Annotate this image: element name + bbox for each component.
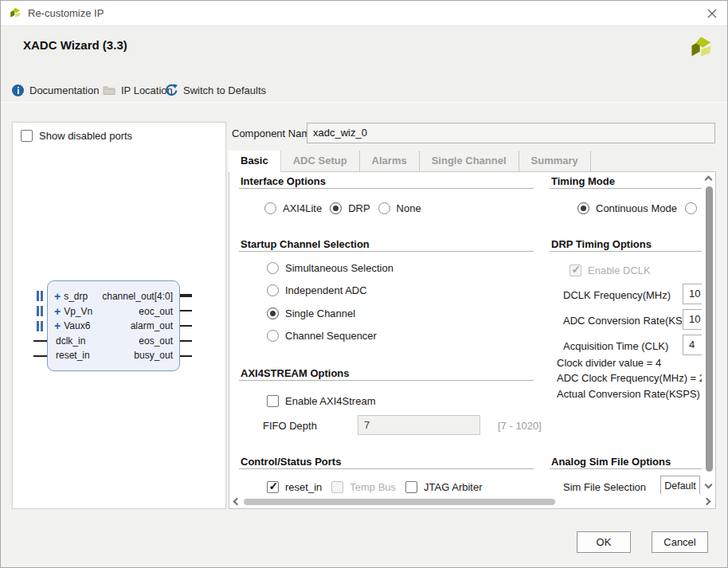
radio-single-channel-row: Single Channel — [267, 306, 355, 320]
interface-options-radio-group: AXI4Lite DRP None — [264, 201, 421, 215]
acquisition-time-input[interactable]: 4 — [683, 335, 702, 355]
radio-axi4lite[interactable] — [264, 202, 276, 214]
vertical-scrollbar[interactable] — [703, 174, 715, 494]
section-title-drp-timing: DRP Timing Options — [551, 238, 652, 250]
basic-tab-panel: Interface Options AXI4Lite DRP None Star… — [229, 171, 716, 509]
enable-axi4stream-row: Enable AXI4Stream — [267, 394, 375, 408]
radio-none-label: None — [397, 202, 421, 214]
radio-drp[interactable] — [330, 202, 342, 214]
tab-alarms[interactable]: Alarms — [360, 151, 420, 172]
section-rule — [239, 251, 534, 252]
ip-symbol-panel: Show disabled ports +s_drp channel_out[4… — [12, 122, 226, 509]
wire-stub-out — [180, 310, 192, 311]
reset-in-label: reset_in — [285, 481, 322, 493]
right-column: Timing Mode Continuous Mode Ever DRP Tim… — [550, 172, 702, 494]
section-rule — [239, 188, 534, 189]
section-title-interface-options: Interface Options — [241, 175, 326, 187]
port-name: reset_in — [56, 350, 90, 361]
expand-port-icon[interactable]: + — [54, 321, 61, 331]
radio-single-channel[interactable] — [267, 308, 279, 319]
temp-bus-checkbox — [331, 481, 343, 493]
tab-basic[interactable]: Basic — [229, 151, 281, 172]
temp-bus-label: Temp Bus — [350, 481, 396, 493]
component-name-input[interactable]: xadc_wiz_0 — [307, 123, 715, 143]
folder-icon — [103, 84, 115, 96]
fifo-depth-label: FIFO Depth — [263, 420, 317, 432]
scroll-down-icon[interactable] — [705, 481, 713, 489]
wire-stub — [33, 340, 47, 342]
radio-simultaneous-selection-label: Simultaneous Selection — [285, 262, 393, 274]
port-row: +s_drp channel_out[4:0] — [48, 289, 179, 304]
port-name: busy_out — [134, 350, 173, 361]
close-icon[interactable] — [703, 5, 722, 22]
section-title-timing-mode: Timing Mode — [551, 175, 615, 187]
radio-continuous-mode-label: Continuous Mode — [596, 202, 677, 214]
actual-conversion-rate-info: Actual Conversion Rate(KSPS) = — [557, 388, 702, 400]
expand-port-icon[interactable]: + — [54, 307, 61, 316]
switch-to-defaults-button[interactable]: Switch to Defaults — [165, 82, 266, 98]
section-rule — [239, 380, 534, 381]
section-title-analog-sim: Analog Sim File Options — [551, 456, 671, 468]
switch-to-defaults-label: Switch to Defaults — [183, 84, 266, 96]
expand-port-icon[interactable]: + — [54, 292, 61, 301]
dclk-frequency-input[interactable]: 10 — [683, 284, 702, 304]
scroll-left-icon[interactable] — [233, 498, 241, 506]
port-name: s_drp — [64, 291, 88, 302]
tab-adc-setup[interactable]: ADC Setup — [281, 151, 360, 172]
radio-axi4lite-label: AXI4Lite — [283, 202, 322, 214]
acquisition-time-label: Acquisition Time (CLK) — [563, 340, 668, 352]
section-title-axi4stream: AXI4STREAM Options — [241, 367, 350, 379]
tab-single-channel[interactable]: Single Channel — [420, 151, 519, 172]
enable-dclk-row: Enable DCLK — [569, 263, 651, 277]
port-row: +Vp_Vn eoc_out — [48, 304, 179, 319]
port-name: dclk_in — [56, 335, 85, 347]
vertical-scrollbar-thumb[interactable] — [706, 186, 713, 472]
show-disabled-ports-checkbox[interactable] — [21, 130, 33, 142]
radio-none[interactable] — [378, 202, 390, 214]
radio-continuous-mode[interactable] — [577, 202, 589, 214]
radio-independent-adc-row: Independent ADC — [267, 283, 367, 297]
port-name: eoc_out — [139, 306, 173, 317]
radio-event-mode[interactable] — [685, 202, 697, 214]
port-name: Vp_Vn — [64, 306, 92, 317]
radio-independent-adc[interactable] — [267, 284, 279, 296]
title-bar: Re-customize IP — [1, 1, 727, 26]
port-name: alarm_out — [131, 320, 173, 331]
recustomize-ip-dialog: Re-customize IP XADC Wizard (3.3) Docume… — [0, 0, 728, 568]
radio-independent-adc-label: Independent ADC — [285, 284, 367, 296]
scroll-up-icon[interactable] — [705, 176, 713, 184]
cancel-button[interactable]: Cancel — [652, 531, 708, 553]
ip-location-button[interactable]: IP Location — [103, 82, 173, 98]
fifo-depth-input[interactable]: 7 — [358, 415, 480, 435]
horizontal-scrollbar[interactable] — [231, 495, 714, 508]
radio-channel-sequencer-label: Channel Sequencer — [285, 330, 377, 342]
xilinx-logo — [687, 36, 714, 61]
sim-file-selection-dropdown[interactable]: Default — [660, 476, 700, 494]
radio-simultaneous-selection-row: Simultaneous Selection — [267, 260, 393, 275]
documentation-button[interactable]: Documentation — [12, 82, 99, 98]
wire-stub-out — [180, 325, 192, 327]
adc-conversion-rate-input[interactable]: 10 — [683, 309, 702, 330]
dclk-frequency-label: DCLK Frequency(MHz) — [563, 289, 671, 301]
enable-axi4stream-label: Enable AXI4Stream — [285, 395, 375, 407]
dialog-header: XADC Wizard (3.3) Documentation IP Locat… — [1, 26, 727, 103]
radio-channel-sequencer[interactable] — [267, 330, 279, 342]
ok-button[interactable]: OK — [577, 531, 631, 553]
horizontal-scrollbar-thumb[interactable] — [244, 499, 555, 505]
section-rule — [239, 468, 534, 469]
jtag-arbiter-checkbox[interactable] — [405, 481, 417, 493]
scroll-right-icon[interactable] — [703, 498, 711, 506]
port-name: eos_out — [139, 335, 173, 347]
documentation-label: Documentation — [29, 84, 99, 96]
reset-in-checkbox[interactable] — [267, 481, 279, 493]
radio-simultaneous-selection[interactable] — [267, 262, 279, 274]
wire-stub-out — [180, 340, 192, 342]
enable-axi4stream-checkbox[interactable] — [267, 395, 279, 407]
adc-clock-frequency-info: ADC Clock Frequency(MHz) = 2. — [557, 372, 702, 384]
section-rule — [550, 468, 702, 469]
show-disabled-ports-row: Show disabled ports — [21, 130, 132, 142]
enable-dclk-checkbox — [569, 264, 581, 276]
wire-stub-out — [180, 355, 192, 357]
tab-summary[interactable]: Summary — [519, 151, 591, 172]
section-title-startup-channel: Startup Channel Selection — [241, 238, 370, 250]
